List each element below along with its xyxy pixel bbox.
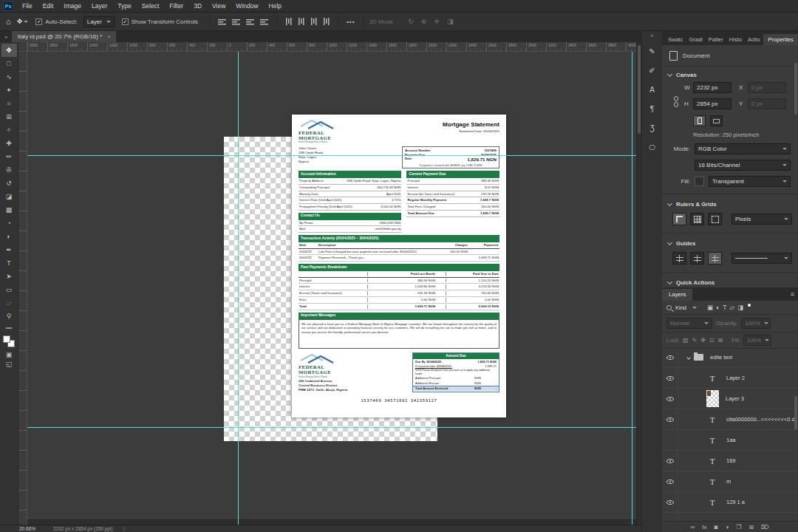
lock-all-icon[interactable]: ⊠ (718, 337, 723, 344)
move-tool[interactable]: ✥ (1, 44, 17, 57)
visibility-toggle[interactable] (662, 451, 678, 471)
layer-row[interactable]: Layer 3 (662, 389, 798, 409)
visibility-toggle[interactable] (662, 513, 678, 521)
menu-item[interactable]: Select (137, 2, 165, 10)
toggle-rulers-button[interactable] (672, 213, 686, 225)
rectangle-tool[interactable]: ▭ (1, 283, 17, 296)
panel-tab[interactable]: Actio (745, 34, 763, 45)
foreground-color-swatch[interactable] (3, 335, 10, 343)
vertical-scrollbar[interactable] (636, 42, 641, 525)
document-tab[interactable]: Italy id.psd @ 20.7% (RGB/16) * × (12, 31, 116, 42)
frame-tool[interactable]: ⊞ (1, 110, 17, 123)
panel-tab[interactable]: Patter (706, 34, 726, 45)
visibility-toggle[interactable] (662, 430, 678, 450)
toggle-pixel-grid-button[interactable] (708, 213, 722, 225)
zoom-level-field[interactable]: 20.66% (19, 526, 35, 531)
filter-toggle-icon[interactable] (748, 304, 751, 307)
layer-row[interactable]: T cita0000000...<<<<<<<<0 d (662, 409, 798, 430)
align-left-edges-icon[interactable] (218, 18, 226, 25)
visibility-toggle[interactable] (662, 347, 678, 367)
filter-pixel-layers-icon[interactable]: ▣ (706, 304, 715, 311)
lock-artboard-icon[interactable]: ⊡ (709, 337, 715, 344)
tab-layers[interactable]: Layers (662, 289, 692, 301)
3d-panel-icon[interactable]: ⎔ (644, 139, 661, 155)
panel-tab[interactable]: Gradi (686, 34, 705, 45)
lock-position-icon[interactable]: ✥ (700, 337, 706, 344)
new-group-icon[interactable]: ❐ (736, 524, 741, 531)
path-selection-tool[interactable]: ➤ (1, 270, 17, 283)
lock-guides-button[interactable] (690, 252, 704, 265)
gradient-tool[interactable]: ▦ (1, 203, 17, 216)
visibility-toggle[interactable] (662, 389, 678, 409)
filter-shape-layers-icon[interactable]: ▱ (728, 304, 736, 311)
layer-row[interactable]: T Layer 2 (662, 368, 798, 389)
more-options-icon[interactable]: ••• (347, 18, 355, 25)
guides-section-header[interactable]: Guides (662, 235, 798, 250)
link-dimensions-icon[interactable] (672, 88, 680, 115)
history-brush-tool[interactable]: ↺ (1, 177, 17, 190)
glyphs-panel-icon[interactable]: Ʒ (644, 120, 661, 136)
menu-item[interactable]: Filter (164, 2, 188, 10)
character-panel-icon[interactable]: A (644, 81, 661, 98)
width-field[interactable]: 2232 px (693, 82, 732, 93)
horizontal-guide[interactable] (27, 427, 636, 428)
filter-adjustment-layers-icon[interactable]: ◐ (715, 304, 721, 311)
menu-item[interactable]: File (17, 2, 38, 10)
ruler-units-dropdown[interactable]: Pixels (732, 214, 792, 225)
layer-effects-icon[interactable]: fx (702, 524, 706, 531)
menu-item[interactable]: 3D (188, 2, 207, 10)
chevron-down-icon[interactable] (686, 355, 691, 360)
menu-item[interactable]: Help (264, 2, 287, 10)
collapse-panels-icon[interactable]: » (4, 34, 7, 41)
filter-smart-objects-icon[interactable]: ◨ (736, 304, 745, 311)
panel-scrollbar[interactable] (794, 63, 797, 115)
layer-row-hidden[interactable]: T 1aa (662, 430, 798, 451)
layer-mask-icon[interactable]: ◙ (715, 524, 718, 531)
lock-pixels-icon[interactable]: ✎ (692, 337, 698, 344)
quick-mask-icon[interactable]: ▣ (6, 351, 13, 358)
visibility-toggle[interactable] (662, 492, 678, 512)
ruler-corner[interactable] (18, 42, 27, 52)
auto-select-checkbox[interactable]: ✓ Auto-Select: (35, 18, 78, 25)
scrollbar-thumb[interactable] (638, 45, 641, 134)
color-swatches[interactable] (3, 335, 15, 347)
landscape-orientation-button[interactable] (710, 115, 723, 126)
brushes-icon[interactable]: ✐ (644, 62, 661, 78)
panel-tab[interactable]: Histo (726, 34, 745, 45)
toggle-guides-button[interactable] (672, 252, 686, 265)
lock-transparency-icon[interactable]: ▨ (683, 337, 689, 344)
vertical-guide[interactable] (632, 52, 632, 525)
brush-settings-icon[interactable]: ✎ (644, 43, 661, 59)
paragraph-panel-icon[interactable]: ¶ (644, 100, 661, 117)
height-field[interactable]: 2854 px (693, 98, 732, 109)
guide-style-dropdown[interactable] (732, 253, 792, 264)
brush-tool[interactable]: ✏ (1, 150, 17, 163)
visibility-toggle[interactable] (662, 471, 678, 491)
tab-properties[interactable]: Properties (763, 34, 798, 45)
layer-row[interactable]: T m (662, 471, 798, 492)
align-top-edges-icon[interactable] (260, 18, 268, 25)
new-layer-icon[interactable]: ⊞ (748, 524, 754, 531)
layer-row-group[interactable]: edite text (662, 347, 798, 368)
hand-tool[interactable]: ☞ (1, 296, 17, 310)
clone-stamp-tool[interactable]: ✇ (1, 163, 17, 177)
show-transform-checkbox[interactable]: ✓ Show Transform Controls (122, 18, 198, 25)
canvas-section-header[interactable]: Canvas (662, 66, 798, 82)
quick-actions-section-header[interactable]: Quick Actions (662, 274, 798, 290)
pen-tool[interactable]: ✒ (1, 243, 17, 256)
fill-swatch[interactable] (695, 177, 704, 186)
auto-select-target-dropdown[interactable]: Layer (83, 16, 115, 27)
menu-item[interactable]: Image (58, 2, 86, 10)
toggle-grid-button[interactable] (690, 213, 704, 225)
statement-page[interactable]: FEDERAL MORTGAGE Federal Mortgage Bank o… (292, 115, 506, 417)
distribute-vertical-centers-icon[interactable] (285, 18, 292, 25)
fill-dropdown[interactable]: Transparent (709, 176, 791, 187)
horizontal-guide[interactable] (27, 155, 636, 156)
edit-toolbar-icon[interactable]: ••• (6, 324, 12, 331)
menu-item[interactable]: Type (112, 2, 136, 10)
visibility-toggle[interactable] (662, 409, 678, 429)
align-right-edges-icon[interactable] (246, 18, 254, 25)
eraser-tool[interactable]: ◪ (1, 190, 17, 203)
healing-brush-tool[interactable]: ✚ (1, 137, 17, 150)
layers-scrollbar[interactable] (794, 396, 797, 430)
